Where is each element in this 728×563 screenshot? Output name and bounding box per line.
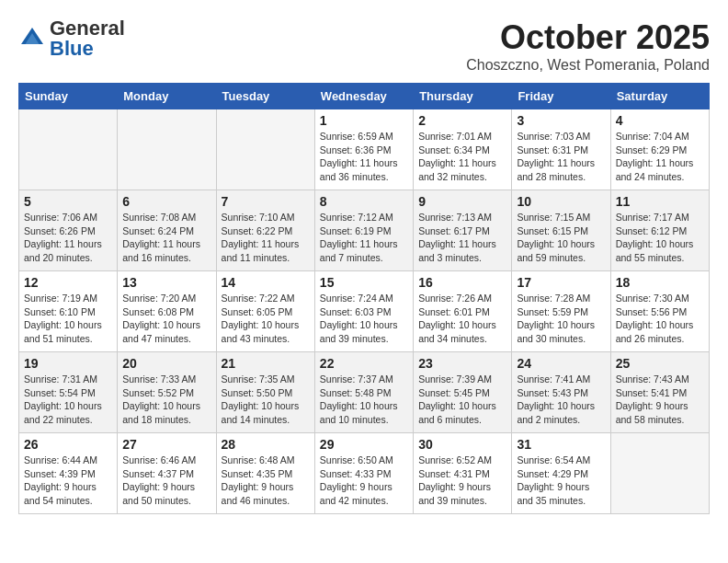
day-info: Sunrise: 7:12 AMSunset: 6:19 PMDaylight:… [320, 211, 408, 265]
calendar-day-cell: 19Sunrise: 7:31 AMSunset: 5:54 PMDayligh… [19, 352, 118, 433]
day-number: 20 [122, 356, 210, 371]
day-info: Sunrise: 7:39 AMSunset: 5:45 PMDaylight:… [418, 373, 506, 427]
calendar-day-cell: 13Sunrise: 7:20 AMSunset: 6:08 PMDayligh… [118, 271, 216, 352]
calendar-day-cell: 7Sunrise: 7:10 AMSunset: 6:22 PMDaylight… [216, 190, 314, 271]
calendar-day-cell: 11Sunrise: 7:17 AMSunset: 6:12 PMDayligh… [610, 190, 709, 271]
day-info: Sunrise: 7:15 AMSunset: 6:15 PMDaylight:… [517, 211, 605, 265]
weekday-header: Friday [512, 84, 610, 109]
header: General Blue October 2025 Choszczno, Wes… [18, 18, 710, 74]
day-number: 30 [418, 437, 506, 452]
day-info: Sunrise: 6:54 AMSunset: 4:29 PMDaylight:… [517, 454, 605, 508]
day-number: 2 [418, 113, 506, 128]
calendar-day-cell [610, 433, 709, 514]
calendar-day-cell: 8Sunrise: 7:12 AMSunset: 6:19 PMDaylight… [314, 190, 413, 271]
logo-icon [18, 25, 46, 52]
day-number: 22 [320, 356, 408, 371]
month-year: October 2025 [466, 18, 710, 57]
calendar-week-row: 5Sunrise: 7:06 AMSunset: 6:26 PMDaylight… [19, 190, 710, 271]
day-number: 17 [517, 275, 605, 290]
calendar-day-cell: 12Sunrise: 7:19 AMSunset: 6:10 PMDayligh… [19, 271, 118, 352]
day-number: 13 [122, 275, 210, 290]
day-number: 21 [222, 356, 310, 371]
day-number: 6 [122, 194, 210, 209]
calendar-week-row: 26Sunrise: 6:44 AMSunset: 4:39 PMDayligh… [19, 433, 710, 514]
location: Choszczno, West Pomerania, Poland [466, 57, 710, 74]
calendar-day-cell: 26Sunrise: 6:44 AMSunset: 4:39 PMDayligh… [19, 433, 118, 514]
day-number: 27 [122, 437, 210, 452]
day-info: Sunrise: 6:59 AMSunset: 6:36 PMDaylight:… [320, 130, 408, 184]
calendar-day-cell: 1Sunrise: 6:59 AMSunset: 6:36 PMDaylight… [314, 109, 413, 190]
day-number: 31 [517, 437, 605, 452]
day-info: Sunrise: 7:04 AMSunset: 6:29 PMDaylight:… [616, 130, 704, 184]
day-info: Sunrise: 7:37 AMSunset: 5:48 PMDaylight:… [320, 373, 408, 427]
calendar-day-cell: 23Sunrise: 7:39 AMSunset: 5:45 PMDayligh… [414, 352, 512, 433]
calendar-day-cell: 3Sunrise: 7:03 AMSunset: 6:31 PMDaylight… [512, 109, 610, 190]
calendar-day-cell: 31Sunrise: 6:54 AMSunset: 4:29 PMDayligh… [512, 433, 610, 514]
title-area: October 2025 Choszczno, West Pomerania, … [466, 18, 710, 74]
day-info: Sunrise: 7:26 AMSunset: 6:01 PMDaylight:… [418, 292, 506, 346]
day-number: 8 [320, 194, 408, 209]
logo-blue-text: Blue [50, 37, 94, 60]
weekday-header: Tuesday [216, 84, 314, 109]
calendar-day-cell: 18Sunrise: 7:30 AMSunset: 5:56 PMDayligh… [610, 271, 709, 352]
day-number: 14 [222, 275, 310, 290]
day-info: Sunrise: 7:13 AMSunset: 6:17 PMDaylight:… [418, 211, 506, 265]
day-info: Sunrise: 7:01 AMSunset: 6:34 PMDaylight:… [418, 130, 506, 184]
day-number: 10 [517, 194, 605, 209]
weekday-header: Monday [118, 84, 216, 109]
day-number: 3 [517, 113, 605, 128]
calendar-day-cell: 9Sunrise: 7:13 AMSunset: 6:17 PMDaylight… [414, 190, 512, 271]
calendar-day-cell: 16Sunrise: 7:26 AMSunset: 6:01 PMDayligh… [414, 271, 512, 352]
calendar-day-cell: 4Sunrise: 7:04 AMSunset: 6:29 PMDaylight… [610, 109, 709, 190]
calendar-day-cell: 28Sunrise: 6:48 AMSunset: 4:35 PMDayligh… [216, 433, 314, 514]
calendar-day-cell: 17Sunrise: 7:28 AMSunset: 5:59 PMDayligh… [512, 271, 610, 352]
day-info: Sunrise: 6:52 AMSunset: 4:31 PMDaylight:… [418, 454, 506, 508]
calendar-week-row: 1Sunrise: 6:59 AMSunset: 6:36 PMDaylight… [19, 109, 710, 190]
day-info: Sunrise: 7:43 AMSunset: 5:41 PMDaylight:… [616, 373, 704, 427]
weekday-header-row: SundayMondayTuesdayWednesdayThursdayFrid… [19, 84, 710, 109]
day-number: 16 [418, 275, 506, 290]
day-number: 9 [418, 194, 506, 209]
calendar-day-cell: 24Sunrise: 7:41 AMSunset: 5:43 PMDayligh… [512, 352, 610, 433]
weekday-header: Sunday [19, 84, 118, 109]
calendar-day-cell: 25Sunrise: 7:43 AMSunset: 5:41 PMDayligh… [610, 352, 709, 433]
weekday-header: Thursday [414, 84, 512, 109]
calendar-day-cell: 30Sunrise: 6:52 AMSunset: 4:31 PMDayligh… [414, 433, 512, 514]
day-number: 24 [517, 356, 605, 371]
day-number: 29 [320, 437, 408, 452]
day-info: Sunrise: 7:06 AMSunset: 6:26 PMDaylight:… [24, 211, 112, 265]
day-number: 28 [222, 437, 310, 452]
calendar-day-cell [19, 109, 118, 190]
day-number: 4 [616, 113, 704, 128]
day-info: Sunrise: 7:08 AMSunset: 6:24 PMDaylight:… [122, 211, 210, 265]
day-number: 15 [320, 275, 408, 290]
calendar-day-cell: 27Sunrise: 6:46 AMSunset: 4:37 PMDayligh… [118, 433, 216, 514]
calendar-day-cell: 2Sunrise: 7:01 AMSunset: 6:34 PMDaylight… [414, 109, 512, 190]
calendar-day-cell [216, 109, 314, 190]
day-number: 7 [222, 194, 310, 209]
calendar: SundayMondayTuesdayWednesdayThursdayFrid… [18, 83, 710, 514]
calendar-day-cell: 10Sunrise: 7:15 AMSunset: 6:15 PMDayligh… [512, 190, 610, 271]
day-number: 23 [418, 356, 506, 371]
day-info: Sunrise: 7:31 AMSunset: 5:54 PMDaylight:… [24, 373, 112, 427]
day-info: Sunrise: 6:50 AMSunset: 4:33 PMDaylight:… [320, 454, 408, 508]
day-number: 19 [24, 356, 112, 371]
day-number: 5 [24, 194, 112, 209]
calendar-day-cell: 15Sunrise: 7:24 AMSunset: 6:03 PMDayligh… [314, 271, 413, 352]
logo: General Blue [18, 18, 125, 59]
day-info: Sunrise: 6:44 AMSunset: 4:39 PMDaylight:… [24, 454, 112, 508]
calendar-day-cell: 22Sunrise: 7:37 AMSunset: 5:48 PMDayligh… [314, 352, 413, 433]
day-number: 26 [24, 437, 112, 452]
day-info: Sunrise: 7:22 AMSunset: 6:05 PMDaylight:… [222, 292, 310, 346]
day-info: Sunrise: 7:24 AMSunset: 6:03 PMDaylight:… [320, 292, 408, 346]
calendar-day-cell [118, 109, 216, 190]
day-info: Sunrise: 7:19 AMSunset: 6:10 PMDaylight:… [24, 292, 112, 346]
calendar-day-cell: 29Sunrise: 6:50 AMSunset: 4:33 PMDayligh… [314, 433, 413, 514]
calendar-day-cell: 21Sunrise: 7:35 AMSunset: 5:50 PMDayligh… [216, 352, 314, 433]
day-info: Sunrise: 7:10 AMSunset: 6:22 PMDaylight:… [222, 211, 310, 265]
day-info: Sunrise: 7:28 AMSunset: 5:59 PMDaylight:… [517, 292, 605, 346]
day-info: Sunrise: 7:35 AMSunset: 5:50 PMDaylight:… [222, 373, 310, 427]
day-number: 18 [616, 275, 704, 290]
day-number: 12 [24, 275, 112, 290]
day-number: 11 [616, 194, 704, 209]
